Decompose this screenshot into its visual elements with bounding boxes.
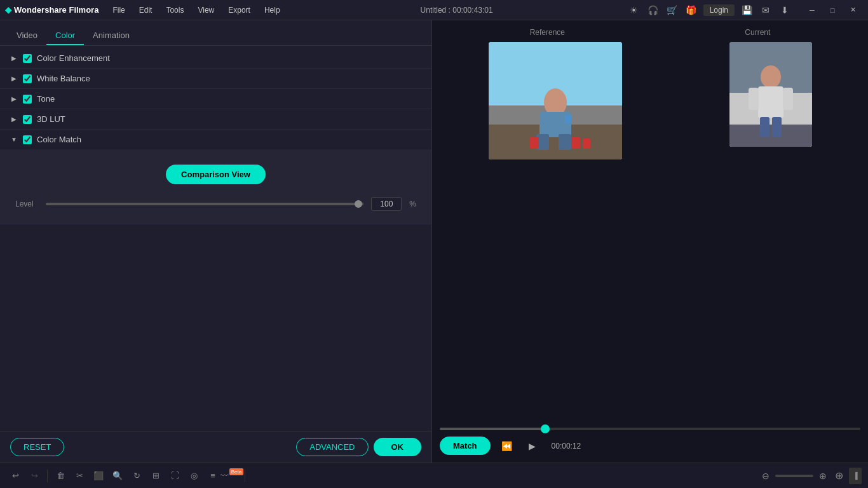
checkbox-white-balance[interactable]: [23, 74, 32, 83]
label-color-enhancement: Color Enhancement: [37, 53, 110, 63]
login-button[interactable]: Login: [703, 4, 735, 16]
checkbox-3d-lut[interactable]: [23, 115, 32, 124]
tab-animation[interactable]: Animation: [84, 27, 139, 45]
svg-rect-10: [565, 115, 571, 123]
advanced-button[interactable]: ADVANCED: [296, 438, 368, 456]
menu-view[interactable]: View: [191, 4, 220, 16]
reference-image: [489, 42, 622, 159]
waveform-button[interactable]: 〰 Beta: [223, 467, 241, 485]
fit-view-button[interactable]: ⊕: [832, 467, 845, 485]
project-title: Untitled : 00:00:43:01: [421, 6, 493, 15]
level-slider-fill: [46, 203, 363, 205]
properties-panel: ▶ Color Enhancement ▶ White Balance ▶: [0, 46, 431, 431]
gift-icon[interactable]: 🎁: [684, 3, 698, 17]
label-white-balance: White Balance: [37, 74, 90, 83]
preview-header: Reference Current: [440, 28, 860, 37]
delete-button[interactable]: 🗑: [51, 467, 69, 485]
progress-thumb[interactable]: [541, 424, 550, 433]
section-row-color-enhancement[interactable]: ▶ Color Enhancement: [0, 48, 431, 68]
cut-button[interactable]: ✂: [71, 467, 88, 485]
play-button[interactable]: ▶: [524, 437, 541, 455]
menu-help[interactable]: Help: [258, 4, 287, 16]
menu-file[interactable]: File: [106, 4, 131, 16]
maximize-button[interactable]: □: [822, 2, 843, 18]
section-row-color-match[interactable]: ▼ Color Match: [0, 130, 431, 149]
label-3d-lut: 3D LUT: [37, 114, 65, 124]
reference-preview: [489, 42, 622, 159]
save-icon[interactable]: 💾: [740, 3, 754, 17]
menu-tools[interactable]: Tools: [159, 4, 190, 16]
reference-label: Reference: [530, 28, 565, 37]
match-button[interactable]: Match: [440, 437, 491, 455]
headphone-icon[interactable]: 🎧: [646, 3, 660, 17]
mail-icon[interactable]: ✉: [759, 3, 773, 17]
section-3d-lut: ▶ 3D LUT: [0, 109, 431, 130]
rotation-button[interactable]: ↻: [128, 467, 146, 485]
tab-color[interactable]: Color: [46, 27, 84, 45]
zoom-in-button[interactable]: ⊕: [816, 469, 830, 483]
zoom-out-button[interactable]: ⊖: [759, 469, 773, 483]
download-icon[interactable]: ⬇: [778, 3, 792, 17]
color-match-content: Comparison View Level %: [0, 149, 431, 224]
transform-button[interactable]: ⊞: [147, 467, 165, 485]
level-slider[interactable]: [46, 203, 363, 205]
time-display: 00:00:12: [552, 442, 581, 451]
minimize-button[interactable]: ─: [802, 2, 822, 18]
current-preview: [729, 42, 812, 147]
chevron-down-icon: ▼: [10, 136, 18, 144]
section-tone: ▶ Tone: [0, 89, 431, 109]
preview-controls: Match ⏪ ▶ 00:00:12: [440, 428, 860, 455]
svg-rect-6: [559, 134, 571, 150]
app-logo: ◆ Wondershare Filmora: [5, 5, 98, 15]
tab-video[interactable]: Video: [8, 27, 46, 45]
playback-controls: Match ⏪ ▶ 00:00:12: [440, 437, 860, 455]
rewind-button[interactable]: ⏪: [498, 437, 516, 455]
svg-rect-18: [760, 117, 770, 137]
svg-point-14: [761, 65, 781, 88]
comparison-view-button[interactable]: Comparison View: [166, 165, 266, 184]
color-match-tool[interactable]: ◎: [185, 467, 203, 485]
progress-fill: [440, 428, 545, 430]
reset-button[interactable]: RESET: [10, 438, 64, 456]
menu-bar: File Edit Tools View Export Help: [106, 4, 286, 16]
label-color-match: Color Match: [37, 135, 81, 144]
section-row-tone[interactable]: ▶ Tone: [0, 89, 431, 109]
reference-svg: [489, 42, 622, 159]
titlebar-right: ☀ 🎧 🛒 🎁 Login 💾 ✉ ⬇ ─ □ ✕: [627, 2, 863, 18]
svg-rect-16: [749, 88, 759, 110]
crop-button[interactable]: ⬛: [90, 467, 107, 485]
zoom-fit-button[interactable]: 🔍: [109, 467, 126, 485]
fullscreen-button[interactable]: ⛶: [166, 467, 184, 485]
app-name: Wondershare Filmora: [14, 5, 98, 15]
section-color-enhancement: ▶ Color Enhancement: [0, 48, 431, 69]
progress-bar[interactable]: [440, 428, 860, 430]
close-button[interactable]: ✕: [843, 2, 863, 18]
separator-1: [47, 470, 48, 482]
level-percent: %: [409, 200, 416, 208]
redo-button[interactable]: ↪: [25, 467, 43, 485]
svg-rect-17: [783, 88, 793, 110]
menu-edit[interactable]: Edit: [133, 4, 159, 16]
menu-export[interactable]: Export: [222, 4, 257, 16]
undo-button[interactable]: ↩: [6, 467, 24, 485]
checkbox-color-match[interactable]: [23, 135, 32, 144]
section-row-white-balance[interactable]: ▶ White Balance: [0, 69, 431, 88]
split-button[interactable]: ▐: [849, 468, 862, 484]
property-tabs: Video Color Animation: [0, 20, 431, 46]
checkbox-tone[interactable]: [23, 95, 32, 104]
ok-button[interactable]: OK: [374, 438, 422, 456]
current-image: [729, 42, 812, 147]
level-slider-thumb[interactable]: [355, 200, 362, 208]
timeline-area: ↩ ↪ 🗑 ✂ ⬛ 🔍 ↻ ⊞ ⛶ ◎ ≡ 〰 Beta ⊖ ⊕ ⊕ ▐ ⊞ 🔗: [0, 463, 868, 488]
cart-icon[interactable]: 🛒: [665, 3, 679, 17]
audio-button[interactable]: ≡: [204, 467, 222, 485]
titlebar: ◆ Wondershare Filmora File Edit Tools Vi…: [0, 0, 868, 20]
left-panel: Video Color Animation ▶ Color Enhancemen…: [0, 20, 432, 463]
zoom-slider[interactable]: [775, 475, 813, 477]
level-input[interactable]: [371, 197, 402, 211]
checkbox-color-enhancement[interactable]: [23, 54, 32, 63]
window-controls: ─ □ ✕: [802, 2, 863, 18]
brightness-icon[interactable]: ☀: [627, 3, 641, 17]
main-container: Video Color Animation ▶ Color Enhancemen…: [0, 20, 868, 463]
section-row-3d-lut[interactable]: ▶ 3D LUT: [0, 109, 431, 129]
